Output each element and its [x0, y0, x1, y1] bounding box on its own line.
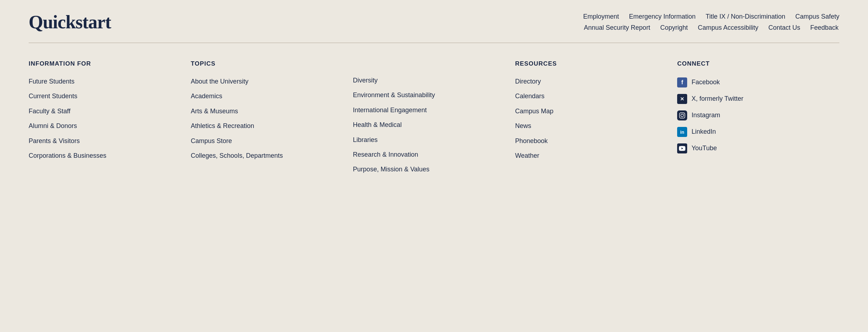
connect-heading: CONNECT — [677, 60, 839, 67]
resources-link[interactable]: Calendars — [515, 93, 544, 100]
header-nav-link-emergency-information[interactable]: Emergency Information — [629, 13, 695, 20]
topics-link-col1[interactable]: Academics — [191, 93, 222, 100]
topics-link-col1[interactable]: Colleges, Schools, Departments — [191, 152, 283, 159]
info-for-link[interactable]: Parents & Visitors — [29, 137, 80, 144]
footer-content: INFORMATION FOR Future StudentsCurrent S… — [0, 43, 868, 195]
header-nav-link-campus-accessibility[interactable]: Campus Accessibility — [698, 24, 758, 32]
info-for-link[interactable]: Faculty & Staff — [29, 108, 71, 115]
header-nav-link-contact-us[interactable]: Contact Us — [768, 24, 800, 32]
svg-point-2 — [684, 114, 684, 114]
topics-heading: TOPICS — [191, 60, 353, 67]
information-for-heading: INFORMATION FOR — [29, 60, 191, 67]
topics-link-col1[interactable]: About the University — [191, 78, 249, 85]
connect-link-label: Instagram — [691, 111, 720, 119]
facebook-icon: f — [677, 77, 687, 87]
topics-links-col2: DiversityEnvironment & SustainabilityInt… — [353, 76, 515, 174]
resources-link[interactable]: Campus Map — [515, 108, 553, 115]
connect-link-label: LinkedIn — [691, 128, 716, 136]
resources-heading: RESOURCES — [515, 60, 677, 67]
connect-links: fFacebook✕X, formerly TwitterInstagramin… — [677, 77, 839, 153]
header-nav-link-feedback[interactable]: Feedback — [810, 24, 839, 32]
connect-link-label: Facebook — [691, 78, 720, 86]
header-nav-row-2: Annual Security ReportCopyrightCampus Ac… — [584, 24, 839, 32]
connect-list-item[interactable]: YouTube — [677, 143, 839, 153]
header-nav-link-employment[interactable]: Employment — [583, 13, 619, 20]
resources-links: DirectoryCalendarsCampus MapNewsPhoneboo… — [515, 77, 677, 160]
linkedin-icon: in — [677, 127, 687, 137]
connect-link-label: YouTube — [691, 144, 717, 152]
header-nav-link-annual-security-report[interactable]: Annual Security Report — [584, 24, 650, 32]
topics-link-col2[interactable]: International Engagement — [353, 106, 427, 114]
topics-link-col2[interactable]: Libraries — [353, 136, 378, 143]
connect-col: CONNECT fFacebook✕X, formerly TwitterIns… — [677, 60, 839, 174]
connect-list-item[interactable]: ✕X, formerly Twitter — [677, 94, 839, 104]
topics-link-col1[interactable]: Arts & Museums — [191, 108, 238, 115]
svg-point-1 — [681, 114, 684, 117]
header: Quickstart EmploymentEmergency Informati… — [0, 0, 868, 43]
topics-col-1: TOPICS About the UniversityAcademicsArts… — [191, 60, 353, 174]
header-nav-link-campus-safety[interactable]: Campus Safety — [795, 13, 839, 20]
header-nav-row-1: EmploymentEmergency InformationTitle IX … — [583, 13, 839, 20]
info-for-link[interactable]: Current Students — [29, 93, 77, 100]
topics-link-col1[interactable]: Campus Store — [191, 137, 232, 144]
connect-list-item[interactable]: Instagram — [677, 110, 839, 120]
resources-link[interactable]: Phonebook — [515, 137, 548, 144]
connect-list-item[interactable]: fFacebook — [677, 77, 839, 87]
header-nav-link-copyright[interactable]: Copyright — [660, 24, 688, 32]
information-for-col: INFORMATION FOR Future StudentsCurrent S… — [29, 60, 191, 174]
header-nav-link-title-ix[interactable]: Title IX / Non-Discrimination — [706, 13, 785, 20]
instagram-icon — [677, 110, 687, 120]
resources-link[interactable]: Weather — [515, 152, 539, 159]
x-icon: ✕ — [677, 94, 687, 104]
info-for-link[interactable]: Future Students — [29, 78, 74, 85]
topics-link-col1[interactable]: Athletics & Recreation — [191, 122, 254, 129]
connect-link-label: X, formerly Twitter — [691, 95, 743, 103]
topics-link-col2[interactable]: Health & Medical — [353, 121, 402, 128]
topics-links-col1: About the UniversityAcademicsArts & Muse… — [191, 77, 353, 160]
topics-link-col2[interactable]: Purpose, Mission & Values — [353, 166, 430, 173]
resources-link[interactable]: Directory — [515, 78, 541, 85]
svg-rect-0 — [680, 113, 685, 118]
header-nav: EmploymentEmergency InformationTitle IX … — [583, 13, 839, 32]
topics-col-2: DiversityEnvironment & SustainabilityInt… — [353, 60, 515, 174]
topics-link-col2[interactable]: Research & Innovation — [353, 151, 418, 158]
info-for-link[interactable]: Corporations & Businesses — [29, 152, 106, 159]
connect-list-item[interactable]: inLinkedIn — [677, 127, 839, 137]
resources-col: RESOURCES DirectoryCalendarsCampus MapNe… — [515, 60, 677, 174]
topics-section: TOPICS About the UniversityAcademicsArts… — [191, 60, 515, 174]
information-for-links: Future StudentsCurrent StudentsFaculty &… — [29, 77, 191, 160]
site-logo: Quickstart — [29, 11, 111, 33]
resources-link[interactable]: News — [515, 122, 531, 129]
topics-link-col2[interactable]: Environment & Sustainability — [353, 91, 435, 99]
youtube-icon — [677, 143, 687, 153]
topics-link-col2[interactable]: Diversity — [353, 77, 378, 84]
info-for-link[interactable]: Alumni & Donors — [29, 122, 77, 129]
